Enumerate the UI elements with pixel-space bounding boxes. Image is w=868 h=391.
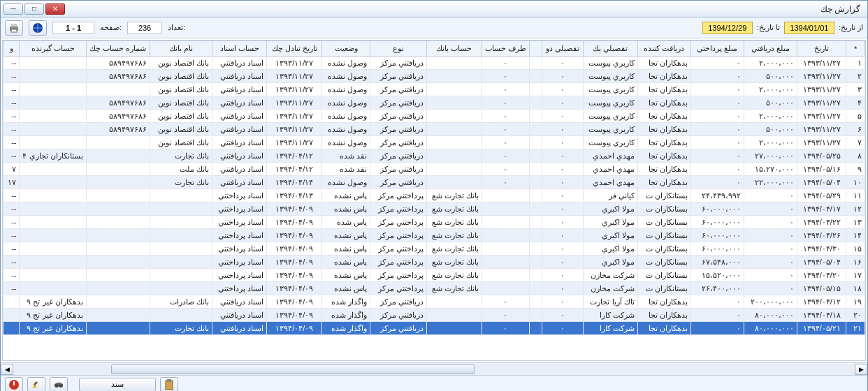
cell: بانك اقتصاد نوين (150, 123, 212, 136)
cell: ۱۳۹۴/۰۴/۱۲ (267, 149, 322, 163)
cell: دريافتني مرکز (370, 176, 426, 189)
scroll-track[interactable] (13, 364, 855, 375)
edit-button[interactable] (27, 377, 45, 392)
cell: پاس نشده (322, 202, 370, 216)
search-button[interactable] (50, 377, 68, 392)
cell: ۰ (482, 149, 529, 163)
column-header[interactable]: طرف حساب (482, 41, 529, 57)
to-date-input[interactable] (702, 22, 753, 34)
cell: ۵۸۹۴۹۷۶۸۶ (86, 57, 150, 70)
cell (20, 136, 86, 149)
cell: ۱۳۹۴/۰۴/۰۹ (267, 295, 322, 309)
cell (529, 57, 542, 70)
table-row[interactable]: ۱۸۱۳۹۴/۰۵/۱۵۰۲۶،۴۰۰،۰۰۰بستانكاران تشرکت … (3, 282, 865, 295)
table-row[interactable]: ۱۴۱۳۹۴/۰۴/۲۶۰۶۰،۰۰۰،۰۰۰بستانكاران تمولا … (3, 229, 865, 242)
cell: ۰ (690, 110, 744, 123)
table-row[interactable]: ۴۱۳۹۳/۱۱/۲۷۵۰۰،۰۰۰۰بدهکاران تجاکاربري پي… (3, 96, 865, 110)
table-row[interactable]: ۱۱۳۹۳/۱۱/۲۷۲،۰۰۰،۰۰۰۰بدهکاران تجاکاربري … (3, 57, 865, 70)
from-date-input[interactable] (784, 22, 834, 34)
sand-button[interactable]: سند (79, 378, 156, 392)
cell: ۵۸۹۴۹۷۶۸۶ (86, 110, 150, 123)
column-header[interactable]: حساب بانك (426, 41, 482, 57)
cell: پرداختني مرکز (370, 216, 426, 229)
horizontal-scrollbar[interactable]: ◀ ▶ (1, 362, 867, 375)
column-header[interactable]: تفصيلي دو (542, 41, 583, 57)
cell: پاس شده (322, 216, 370, 229)
print-button[interactable] (5, 20, 23, 36)
refresh-button[interactable] (29, 20, 47, 36)
maximize-button[interactable]: □ (24, 3, 44, 15)
column-header[interactable]: مبلغ پرداختي (690, 41, 744, 57)
cell: بانك تجارت شع (426, 282, 482, 295)
column-header[interactable]: نوع (370, 41, 426, 57)
column-header[interactable] (529, 41, 542, 57)
cell: دريافتني مرکز (370, 57, 426, 70)
cell: بدهکاران تجا (637, 70, 690, 83)
column-header[interactable]: تفصيلي يك (584, 41, 637, 57)
column-header[interactable]: دريافت كننده (637, 41, 690, 57)
cell: ۱۳۹۴/۰۵/۱۵ (797, 282, 846, 295)
cell: ۰ (542, 322, 583, 335)
column-header[interactable]: نام بانك (150, 41, 212, 57)
column-header[interactable]: مبلغ دريافتي (744, 41, 797, 57)
scroll-left-button[interactable]: ◀ (1, 364, 13, 375)
cell: اسناد دريافتني (212, 322, 267, 335)
table-row[interactable]: ۱۷۱۳۹۴/۰۴/۲۰۰۱۵،۵۲۰،۰۰۰بستانكاران تشرکت … (3, 269, 865, 282)
cell: ۱۳۹۳/۱۱/۲۷ (267, 83, 322, 96)
table-row[interactable]: ۱۹۱۳۹۴/۰۴/۱۲۲۰۰،۰۰۰،۰۰۰۰بدهکاران تجاتاك … (3, 295, 865, 309)
column-header[interactable]: حساب اسناد (212, 41, 267, 57)
cell: -- (3, 136, 20, 149)
table-row[interactable]: ۲۰۱۳۹۴/۰۴/۱۸۸۰،۰۰۰،۰۰۰۰بدهکاران تجاشرکت … (3, 309, 865, 322)
cell: ۱۳۹۴/۰۴/۲۲ (797, 216, 846, 229)
cell: مهدي احمدي (584, 176, 637, 189)
cell (150, 189, 212, 202)
table-row[interactable]: ۱۶۱۳۹۴/۰۵/۰۴۰۶۷،۵۴۸،۰۰۰بستانكاران تمولا … (3, 256, 865, 269)
table-row[interactable]: ۵۱۳۹۳/۱۱/۲۷۲،۰۰۰،۰۰۰۰بدهکاران تجاکاربري … (3, 110, 865, 123)
cell (482, 269, 529, 282)
table-row[interactable]: ۳۱۳۹۳/۱۱/۲۷۲،۰۰۰،۰۰۰۰بدهکاران تجاکاربري … (3, 83, 865, 96)
scroll-thumb[interactable] (111, 364, 475, 374)
column-header[interactable]: شماره حساب چك (86, 41, 150, 57)
cell: ۱۵،۲۷۰،۰۰۰ (744, 163, 797, 176)
minimize-button[interactable]: ─ (3, 3, 23, 15)
table-row[interactable]: ۲۱۱۳۹۴/۰۵/۲۱۸۰،۰۰۰،۰۰۰۰بدهکاران تجاشرکت … (3, 322, 865, 335)
table-row[interactable]: ۶۱۳۹۳/۱۱/۲۷۵۰۰،۰۰۰۰بدهکاران تجاکاربري پي… (3, 123, 865, 136)
table-row[interactable]: ۹۱۳۹۴/۰۵/۱۶۱۵،۲۷۰،۰۰۰۰بدهکاران تجامهدي ا… (3, 163, 865, 176)
cell: اسناد دريافتني (212, 176, 267, 189)
table-row[interactable]: ۱۳۱۳۹۴/۰۴/۲۲۰۶۰،۰۰۰،۰۰۰بستانكاران تمولا … (3, 216, 865, 229)
table-row[interactable]: ۱۵۱۳۹۴/۰۴/۳۰۰۶۰،۰۰۰،۰۰۰بستانكاران تمولا … (3, 242, 865, 256)
paste-button[interactable] (160, 377, 178, 392)
cell: اسناد پرداختني (212, 282, 267, 295)
cell: ۱۳۹۴/۰۵/۲۱ (797, 322, 846, 335)
close-button[interactable]: ✕ (45, 3, 65, 15)
column-header[interactable]: و (3, 41, 20, 57)
column-header[interactable]: تاريخ (797, 41, 846, 57)
cell: ۷ (846, 136, 865, 149)
cell (529, 96, 542, 110)
cell: پرداختني مرکز (370, 269, 426, 282)
column-header[interactable]: تاريخ تبادل چك (267, 41, 322, 57)
cell (426, 57, 482, 70)
table-row[interactable]: ۲۱۳۹۳/۱۱/۲۷۵۰۰،۰۰۰۰بدهکاران تجاکاربري پي… (3, 70, 865, 83)
footer-toolbar: سند (1, 375, 867, 391)
cell: ۵۰۰،۰۰۰ (744, 70, 797, 83)
cell (150, 216, 212, 229)
report-grid[interactable]: *تاريخمبلغ دريافتيمبلغ پرداختيدريافت كنن… (3, 40, 865, 335)
cell: ۰ (690, 322, 744, 335)
table-row[interactable]: ۱۱۱۳۹۴/۰۵/۲۹۰۲۴،۴۳۹،۹۹۲بستانكاران تكياني… (3, 189, 865, 202)
table-row[interactable]: ۱۲۱۳۹۴/۰۴/۱۷۰۶۰،۰۰۰،۰۰۰بستانكاران تمولا … (3, 202, 865, 216)
cell: وصول نشده (322, 176, 370, 189)
scroll-right-button[interactable]: ▶ (855, 364, 867, 375)
cell: -- (3, 269, 20, 282)
cell: ۱۸ (846, 282, 865, 295)
table-row[interactable]: ۷۱۳۹۳/۱۱/۲۷۲،۰۰۰،۰۰۰۰بدهکاران تجاکاربري … (3, 136, 865, 149)
cell: ۱۳۹۳/۱۱/۲۷ (267, 136, 322, 149)
column-header[interactable]: وضعيت (322, 41, 370, 57)
cell (3, 309, 20, 322)
table-row[interactable]: ۱۰۱۳۹۴/۰۵/۰۴۲۲،۰۰۰،۰۰۰۰بدهکاران تجامهدي … (3, 176, 865, 189)
table-row[interactable]: ۸۱۳۹۴/۰۵/۲۵۲۷،۰۰۰،۰۰۰۰بدهکاران تجامهدي ا… (3, 149, 865, 163)
column-header[interactable]: حساب گيرنده (20, 41, 86, 57)
exit-button[interactable] (5, 377, 23, 392)
cell: -- (3, 83, 20, 96)
column-header[interactable]: * (846, 41, 865, 57)
